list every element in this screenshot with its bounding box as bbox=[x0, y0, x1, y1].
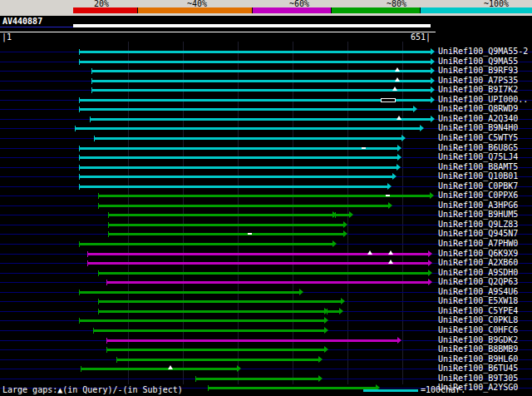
hit-bar[interactable] bbox=[106, 349, 324, 351]
hit-label-link[interactable]: UniRef100_E5XW18 bbox=[438, 297, 518, 305]
hit-bar[interactable] bbox=[79, 166, 397, 169]
hit-bar[interactable] bbox=[98, 300, 341, 303]
hit-label-link[interactable]: UniRef100_B9HL60 bbox=[438, 355, 518, 364]
hit-bar[interactable] bbox=[98, 272, 428, 275]
hit-bar[interactable] bbox=[79, 176, 392, 178]
hit-bar[interactable] bbox=[79, 291, 299, 294]
hit-arrow-right-icon bbox=[431, 116, 435, 122]
hit-bar[interactable] bbox=[106, 339, 397, 342]
gridline bbox=[293, 42, 293, 384]
hit-label-link[interactable]: UniRef100_B6TU45 bbox=[438, 364, 518, 373]
hit-label-link[interactable]: UniRef100_C0PPX6 bbox=[438, 191, 518, 200]
hit-label-link[interactable]: UniRef100_B8BMB9 bbox=[438, 345, 518, 354]
hit-label-link[interactable]: UniRef100_Q9MA55 bbox=[438, 57, 518, 66]
hit-start-cap bbox=[91, 87, 92, 93]
hit-arrow-right-icon bbox=[428, 260, 432, 266]
hit-bar[interactable] bbox=[79, 51, 431, 53]
hit-start-cap bbox=[79, 59, 80, 65]
hit-bar[interactable] bbox=[91, 80, 431, 82]
hit-label-link[interactable]: UniRef100_A7PS35 bbox=[438, 77, 518, 85]
hit-arrow-right-icon bbox=[397, 164, 401, 171]
hit-label-link[interactable]: UniRef100_A3HPG6 bbox=[438, 201, 518, 210]
hit-bar[interactable] bbox=[93, 329, 324, 332]
hit-start-cap bbox=[94, 136, 95, 141]
hit-label-link[interactable]: UniRef100_C0HFC6 bbox=[438, 326, 518, 334]
hit-label-link[interactable]: UniRef100_B8AMT5 bbox=[438, 163, 518, 171]
hit-bar[interactable] bbox=[79, 186, 387, 188]
hit-label-link[interactable]: UniRef100_B9RF93 bbox=[438, 67, 518, 75]
hit-start-cap bbox=[90, 116, 91, 122]
hit-bar[interactable] bbox=[98, 310, 324, 313]
hit-start-cap bbox=[208, 385, 209, 391]
hit-start-cap bbox=[79, 290, 80, 295]
hit-label-link[interactable]: UniRef100_UPI000.. bbox=[438, 96, 528, 104]
hit-bar[interactable] bbox=[98, 195, 430, 197]
hit-label-link[interactable]: UniRef100_Q9LZ83 bbox=[438, 220, 518, 229]
hit-label-link[interactable]: UniRef100_B9HUM5 bbox=[438, 210, 518, 219]
hit-label-link[interactable]: UniRef100_A7PHW0 bbox=[438, 240, 518, 248]
hit-start-cap bbox=[195, 376, 196, 382]
hit-label-link[interactable]: UniRef100_C0PBK7 bbox=[438, 182, 518, 191]
hit-arrow-right-icon bbox=[332, 240, 337, 247]
hit-bar[interactable] bbox=[208, 387, 376, 389]
hit-label-link[interactable]: UniRef100_Q2QP63 bbox=[438, 278, 518, 286]
hit-bar[interactable] bbox=[79, 243, 332, 245]
gap-in-subject-marker-icon bbox=[386, 195, 390, 196]
hit-bar[interactable] bbox=[91, 70, 431, 72]
hit-label-link[interactable]: UniRef100_B9T305 bbox=[438, 374, 518, 383]
hit-label-link[interactable]: UniRef100_C5YPE4 bbox=[438, 307, 518, 315]
hit-label-link[interactable]: UniRef100_Q9MA55-2 bbox=[438, 47, 528, 56]
hit-label-link[interactable]: UniRef100_A2XB60 bbox=[438, 259, 518, 267]
hit-bar[interactable] bbox=[79, 61, 431, 63]
hit-bar[interactable] bbox=[108, 214, 332, 216]
hit-bar[interactable] bbox=[87, 253, 428, 255]
hit-label-link[interactable]: UniRef100_B9I7K2 bbox=[438, 86, 518, 94]
hit-label-link[interactable]: UniRef100_Q945N7 bbox=[438, 230, 518, 238]
alignment-plot: UniRef100_Q9MA55-2UniRef100_Q9MA55UniRef… bbox=[0, 0, 532, 396]
hit-bar[interactable] bbox=[327, 310, 339, 313]
hit-start-cap bbox=[106, 280, 107, 285]
hit-label-link[interactable]: UniRef100_C5WTY5 bbox=[438, 134, 518, 142]
hit-arrow-right-icon bbox=[318, 356, 323, 363]
hit-bar[interactable] bbox=[106, 281, 428, 284]
hit-bar[interactable] bbox=[87, 262, 428, 265]
hit-bar[interactable] bbox=[91, 89, 431, 92]
hit-label-link[interactable]: UniRef100_C0PKL8 bbox=[438, 316, 518, 324]
hit-arrow-right-icon bbox=[324, 346, 328, 353]
hit-arrow-right-icon bbox=[299, 289, 303, 295]
hit-arrow-right-icon bbox=[339, 308, 343, 314]
hit-bar[interactable] bbox=[108, 224, 343, 226]
hit-label-link[interactable]: UniRef100_Q6K9X9 bbox=[438, 250, 518, 258]
hit-bar[interactable] bbox=[79, 147, 397, 150]
hit-label-link[interactable]: UniRef100_Q75LJ4 bbox=[438, 153, 518, 161]
hit-bar[interactable] bbox=[108, 233, 343, 235]
hit-bar[interactable] bbox=[98, 205, 388, 207]
hit-label-link[interactable]: UniRef100_B9GDK2 bbox=[438, 336, 518, 344]
hit-arrow-right-icon bbox=[431, 77, 435, 84]
hit-label-link[interactable]: UniRef100_A9SDH0 bbox=[438, 269, 518, 277]
hit-label-link[interactable]: UniRef100_B6U8G5 bbox=[438, 144, 518, 152]
hit-start-cap bbox=[108, 212, 109, 218]
hit-bar[interactable] bbox=[195, 378, 318, 380]
hit-bar[interactable] bbox=[79, 99, 431, 101]
hit-bar[interactable] bbox=[116, 359, 318, 361]
hit-bar[interactable] bbox=[335, 214, 349, 216]
hit-bar[interactable] bbox=[79, 156, 397, 159]
hit-bar[interactable] bbox=[94, 137, 401, 140]
hit-label-link[interactable]: UniRef100_A2Q340 bbox=[438, 115, 518, 123]
hit-arrow-right-icon bbox=[392, 173, 397, 180]
hit-start-cap bbox=[75, 126, 76, 131]
hit-bar[interactable] bbox=[75, 127, 420, 130]
hit-label-link[interactable]: UniRef100_Q10B01 bbox=[438, 172, 518, 181]
hit-label-link[interactable]: UniRef100_A9S4U6 bbox=[438, 288, 518, 296]
gap-in-subject-marker-icon bbox=[362, 147, 366, 149]
hit-label-link[interactable]: UniRef100_Q8RWD9 bbox=[438, 105, 518, 113]
hit-start-cap bbox=[87, 260, 88, 266]
hit-label-link[interactable]: UniRef100_B9N4H0 bbox=[438, 124, 518, 132]
hit-bar[interactable] bbox=[79, 108, 413, 111]
hit-bar[interactable] bbox=[90, 118, 431, 121]
hit-start-cap bbox=[79, 97, 80, 103]
hit-bar[interactable] bbox=[79, 319, 324, 322]
hit-start-cap bbox=[79, 106, 80, 112]
hit-bar[interactable] bbox=[81, 368, 237, 370]
